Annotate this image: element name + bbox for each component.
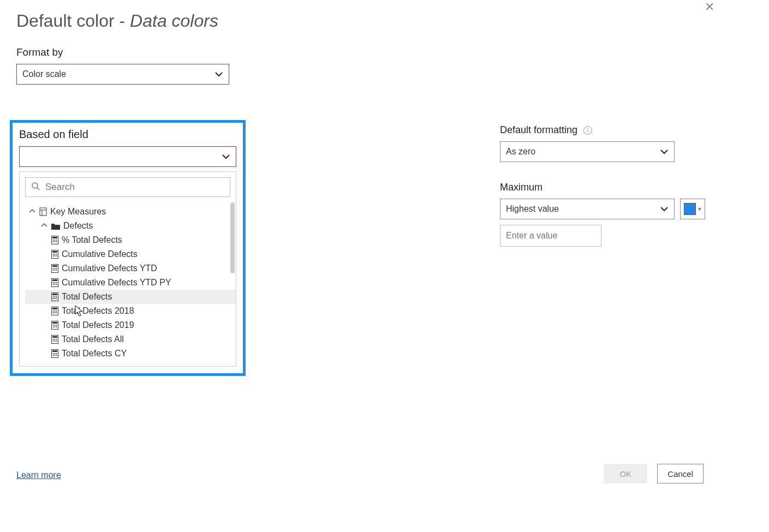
tree-item-label: % Total Defects (62, 235, 122, 245)
svg-point-50 (53, 312, 54, 313)
chevron-up-icon (28, 207, 36, 217)
svg-point-33 (56, 282, 57, 283)
svg-point-75 (55, 355, 56, 356)
maximum-value: Highest value (506, 204, 559, 214)
tree-item-label: Total Defects (62, 292, 112, 302)
dialog-title-sep: - (115, 11, 130, 31)
tree-item[interactable]: Total Defects All (25, 332, 236, 346)
svg-point-32 (55, 282, 56, 283)
info-icon[interactable]: i (583, 126, 592, 135)
svg-point-25 (56, 268, 57, 269)
calculator-icon (51, 335, 58, 344)
svg-rect-30 (52, 279, 57, 281)
svg-point-27 (55, 270, 56, 271)
tree-folder-label: Defects (63, 221, 93, 231)
svg-point-64 (55, 339, 56, 340)
dialog-title-main: Default color (16, 11, 115, 31)
svg-point-66 (53, 340, 54, 342)
svg-point-15 (53, 254, 54, 255)
svg-point-47 (53, 310, 54, 312)
default-formatting-label: Default formatting i (500, 124, 718, 136)
maximum-value-input[interactable] (500, 225, 601, 247)
svg-line-1 (37, 188, 39, 190)
format-by-value: Color scale (22, 69, 66, 79)
chevron-down-icon (214, 70, 223, 79)
tree-item-label: Total Defects CY (62, 349, 127, 358)
tree-item[interactable]: Total Defects 2018 (25, 304, 236, 318)
maximum-label: Maximum (500, 182, 718, 193)
learn-more-link[interactable]: Learn more (16, 470, 61, 480)
svg-point-20 (56, 255, 57, 256)
chevron-down-icon: ▾ (698, 205, 701, 213)
svg-point-8 (55, 240, 56, 241)
color-swatch (684, 203, 696, 215)
tree-item-label: Total Defects 2018 (62, 306, 134, 316)
svg-point-19 (55, 255, 56, 256)
based-on-field-select[interactable] (19, 146, 236, 167)
tree-group-label: Key Measures (50, 207, 106, 217)
tree-group-key-measures[interactable]: Key Measures (25, 205, 236, 219)
tree-item-label: Cumulative Defects YTD PY (62, 278, 171, 288)
calculator-icon (51, 292, 58, 301)
svg-point-71 (53, 353, 54, 354)
svg-point-28 (56, 270, 57, 271)
chevron-down-icon (222, 152, 230, 161)
svg-point-55 (53, 325, 54, 326)
svg-point-42 (53, 298, 54, 299)
tree-item[interactable]: Cumulative Defects YTD PY (25, 276, 236, 290)
svg-rect-46 (52, 308, 57, 309)
field-search-input[interactable] (44, 181, 224, 193)
svg-point-57 (56, 325, 57, 326)
tree-item-label: Cumulative Defects (62, 249, 138, 259)
folder-icon (51, 223, 60, 230)
field-search[interactable] (25, 177, 230, 197)
tree-item-label: Total Defects All (62, 334, 124, 344)
svg-point-36 (56, 284, 57, 285)
svg-point-74 (53, 355, 54, 356)
tree-item-label: Cumulative Defects YTD (62, 264, 157, 273)
tree-item-label: Total Defects 2019 (62, 320, 134, 330)
svg-rect-6 (52, 237, 57, 238)
maximum-select[interactable]: Highest value (500, 199, 675, 219)
based-on-field-label: Based on field (19, 128, 236, 141)
svg-point-24 (55, 268, 56, 269)
maximum-color-picker[interactable]: ▾ (680, 199, 705, 219)
svg-point-60 (56, 326, 57, 327)
tree-item[interactable]: Cumulative Defects YTD (25, 261, 236, 276)
svg-point-7 (53, 240, 54, 241)
right-column: Default formatting i As zero Maximum Hig… (500, 124, 718, 247)
tree-folder-defects[interactable]: Defects (25, 219, 236, 233)
default-formatting-select[interactable]: As zero (500, 141, 675, 162)
tree-item[interactable]: Cumulative Defects (25, 247, 236, 261)
default-formatting-label-text: Default formatting (500, 124, 577, 135)
svg-rect-14 (52, 251, 57, 253)
chevron-up-icon (40, 221, 48, 231)
tree-item[interactable]: % Total Defects (25, 233, 236, 247)
gradient-preview-bar (229, 304, 769, 319)
svg-point-34 (53, 284, 54, 285)
ok-button[interactable]: OK (604, 464, 647, 483)
field-tree: Key Measures Defects % Total DefectsCumu… (20, 202, 236, 366)
svg-point-26 (53, 270, 54, 271)
svg-point-35 (55, 284, 56, 285)
tree-item[interactable]: Total Defects (25, 290, 236, 304)
calculator-icon (51, 264, 58, 273)
tree-item[interactable]: Total Defects CY (25, 346, 236, 361)
search-icon (31, 182, 40, 193)
table-icon (39, 207, 47, 216)
format-by-select[interactable]: Color scale (16, 64, 229, 85)
tree-item[interactable]: Total Defects 2019 (25, 318, 236, 332)
svg-point-76 (56, 355, 57, 356)
format-by-section: Format by Color scale (16, 46, 229, 85)
svg-point-23 (53, 268, 54, 269)
svg-point-59 (55, 326, 56, 327)
dialog-title-italic: Data colors (130, 11, 218, 31)
svg-point-68 (56, 340, 57, 342)
calculator-icon (51, 307, 58, 315)
cancel-button[interactable]: Cancel (657, 464, 704, 483)
dialog-footer: OK Cancel (604, 464, 704, 483)
maximum-row: Highest value ▾ (500, 199, 718, 219)
svg-rect-54 (52, 322, 57, 324)
svg-point-0 (32, 183, 38, 188)
scrollbar[interactable] (230, 202, 235, 273)
